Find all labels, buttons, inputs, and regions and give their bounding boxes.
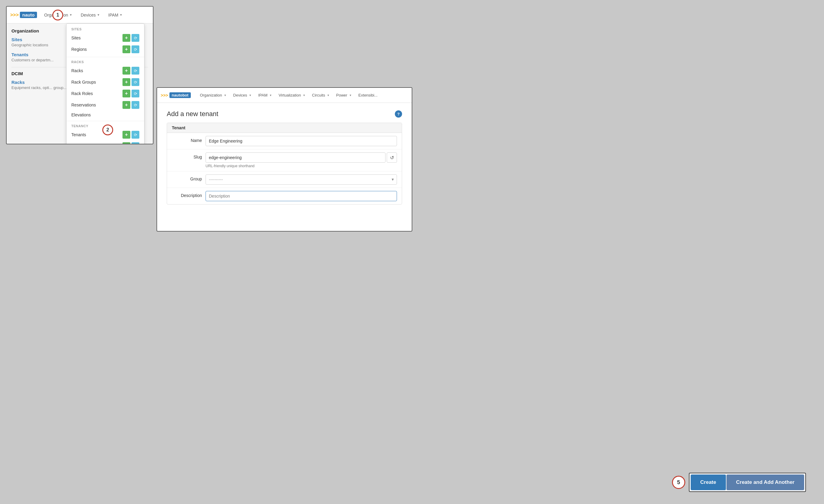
group-select-wrap: ---------- ▼ — [206, 174, 397, 184]
nav2-devices[interactable]: Devices ▼ — [230, 92, 254, 99]
window1: >>> nauto Organization ▼ Devices ▼ IPAM … — [6, 6, 153, 144]
dropdown-item-sites[interactable]: Sites + ⟳ — [67, 32, 144, 43]
nav2-organization[interactable]: Organization ▼ — [197, 92, 230, 99]
dropdown-tenants-label: Tenants — [71, 132, 122, 137]
dropdown-section-sites: Sites — [67, 26, 144, 32]
nav2-extensibility[interactable]: Extensibi... — [355, 92, 381, 99]
nav2-ipam[interactable]: IPAM ▼ — [255, 92, 275, 99]
logo-brand2[interactable]: nautobot — [170, 92, 191, 98]
description-input[interactable] — [206, 191, 397, 201]
dropdown-item-elevations[interactable]: Elevations — [67, 111, 144, 119]
view-rackroles-button[interactable]: ⟳ — [131, 90, 139, 98]
dropdown-item-racks[interactable]: Racks + ⟳ — [67, 65, 144, 77]
logo-arrows: >>> — [10, 12, 19, 18]
name-input[interactable] — [206, 136, 397, 146]
nav2-power[interactable]: Power ▼ — [333, 92, 355, 99]
view-racks-button[interactable]: ⟳ — [131, 67, 139, 75]
navbar1: >>> nauto Organization ▼ Devices ▼ IPAM … — [7, 7, 153, 23]
navbar2: >>> nautobot Organization ▼ Devices ▼ IP… — [157, 88, 412, 103]
add-rackroles-button[interactable]: + — [122, 90, 130, 98]
form-title-text: Add a new tenant — [167, 110, 218, 118]
nav2-virt-label: Virtualization — [279, 93, 301, 98]
add-tenants-button[interactable]: + — [122, 131, 130, 139]
dropdown-sites-label: Sites — [71, 35, 122, 40]
nav2-org-label: Organization — [200, 93, 222, 98]
group-select[interactable]: ---------- — [206, 174, 397, 184]
dropdown-rackroles-actions: + ⟳ — [122, 90, 139, 98]
form-section: Tenant 3 Name 4 Slug ↺ URL-friendly un — [167, 123, 402, 205]
slug-input[interactable] — [206, 152, 386, 163]
form-section-header: Tenant — [167, 123, 402, 133]
nav2-power-label: Power — [336, 93, 347, 98]
form-row-description: Description — [167, 188, 402, 204]
add-racks-button[interactable]: + — [122, 67, 130, 75]
slug-hint: URL-friendly unique shorthand — [206, 164, 397, 168]
dropdown-rackgroups-actions: + ⟳ — [122, 78, 139, 86]
view-rackgroups-button[interactable]: ⟳ — [131, 78, 139, 86]
dropdown-item-regions[interactable]: Regions + ⟳ — [67, 43, 144, 55]
add-rackgroups-button[interactable]: + — [122, 78, 130, 86]
logo1: >>> nauto — [10, 12, 37, 18]
step-badge-5: 5 — [672, 476, 685, 489]
form-title: Add a new tenant ? — [167, 110, 402, 118]
chevron-circuits-icon: ▼ — [327, 94, 329, 97]
dropdown-rackroles-label: Rack Roles — [71, 91, 122, 96]
view-tenantgroups-button[interactable]: ⟳ — [131, 142, 139, 144]
nav-devices[interactable]: Devices ▼ — [77, 11, 104, 19]
logo-brand[interactable]: nauto — [20, 12, 37, 18]
chevron-down-icon: ▼ — [69, 13, 72, 16]
nav2-devices-label: Devices — [233, 93, 247, 98]
nav2-circuits[interactable]: Circuits ▼ — [309, 92, 332, 99]
dropdown-tenantgroups-label: Tenant Groups — [71, 144, 122, 144]
nav2-virtualization[interactable]: Virtualization ▼ — [276, 92, 308, 99]
dropdown-item-rackroles[interactable]: Rack Roles + ⟳ — [67, 88, 144, 99]
slug-wrap: ↺ — [206, 152, 397, 163]
view-regions-button[interactable]: ⟳ — [131, 45, 139, 53]
view-reservations-button[interactable]: ⟳ — [131, 101, 139, 109]
add-regions-button[interactable]: + — [122, 45, 130, 53]
dropdown-rackgroups-label: Rack Groups — [71, 80, 122, 85]
dropdown-item-rackgroups[interactable]: Rack Groups + ⟳ — [67, 77, 144, 88]
nav2-circuits-label: Circuits — [312, 93, 325, 98]
chevron-devices-icon: ▼ — [249, 94, 251, 97]
dropdown-regions-actions: + ⟳ — [122, 45, 139, 53]
dropdown-tenants-actions: + ⟳ — [122, 131, 139, 139]
nav2-ext-label: Extensibi... — [358, 93, 378, 98]
nav-devices-label: Devices — [81, 13, 96, 17]
dropdown-racks-actions: + ⟳ — [122, 67, 139, 75]
add-reservations-button[interactable]: + — [122, 101, 130, 109]
add-sites-button[interactable]: + — [122, 34, 130, 42]
help-icon[interactable]: ? — [395, 110, 402, 118]
dropdown-sites-actions: + ⟳ — [122, 34, 139, 42]
name-label: Name — [172, 136, 202, 143]
dropdown-item-tenantgroups[interactable]: Tenant Groups + ⟳ — [67, 140, 144, 144]
nav2-ipam-label: IPAM — [258, 93, 268, 98]
dropdown-item-reservations[interactable]: Reservations + ⟳ — [67, 99, 144, 111]
logo2: >>> nautobot — [161, 92, 191, 98]
slug-label: Slug — [172, 152, 202, 159]
form-row-name: 3 Name — [167, 133, 402, 149]
divider2 — [67, 121, 144, 121]
view-sites-button[interactable]: ⟳ — [131, 34, 139, 42]
slug-refresh-button[interactable]: ↺ — [387, 152, 397, 163]
nav-ipam[interactable]: IPAM ▼ — [105, 11, 126, 19]
view-tenants-button[interactable]: ⟳ — [131, 131, 139, 139]
dropdown-reservations-label: Reservations — [71, 103, 122, 107]
add-tenantgroups-button[interactable]: + — [122, 142, 130, 144]
chevron-power-icon: ▼ — [349, 94, 352, 97]
group-label: Group — [172, 174, 202, 181]
bottom-action-bar: 5 Create Create and Add Another — [672, 473, 806, 492]
dropdown-reservations-actions: + ⟳ — [122, 101, 139, 109]
logo-arrows2: >>> — [161, 93, 168, 98]
create-and-add-another-button[interactable]: Create and Add Another — [726, 475, 804, 490]
dropdown-racks-label: Racks — [71, 68, 122, 73]
window2: >>> nautobot Organization ▼ Devices ▼ IP… — [157, 87, 412, 232]
dropdown-section-racks: Racks — [67, 59, 144, 65]
step-badge-2: 2 — [102, 125, 113, 135]
create-button[interactable]: Create — [691, 475, 726, 490]
step-badge-1: 1 — [53, 10, 63, 20]
chevron-down-icon3: ▼ — [119, 13, 122, 16]
chevron-org-icon: ▼ — [224, 94, 227, 97]
form-area: Add a new tenant ? Tenant 3 Name 4 Slug — [157, 103, 412, 212]
dropdown-tenantgroups-actions: + ⟳ — [122, 142, 139, 144]
